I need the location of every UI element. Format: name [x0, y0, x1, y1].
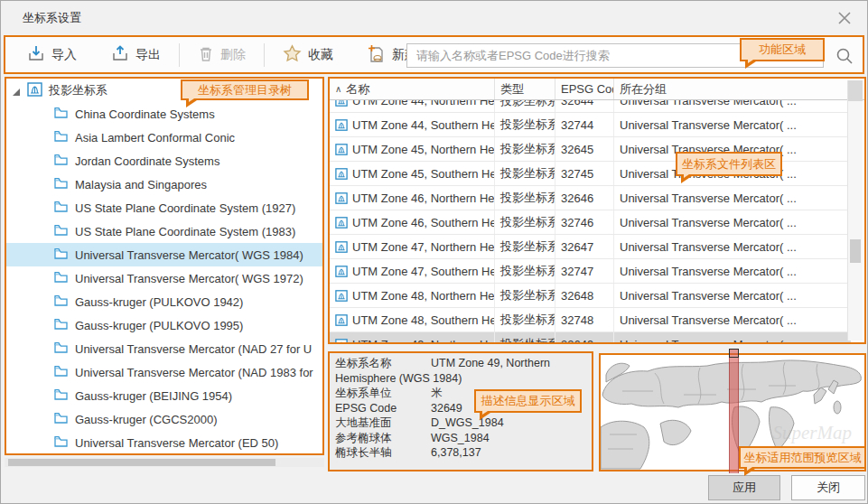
cell-type: 投影坐标系	[495, 332, 555, 344]
table-row[interactable]: UTM Zone 47, Northern He... 投影坐标系 32647 …	[330, 235, 851, 259]
apply-button[interactable]: 应用	[708, 475, 780, 500]
cell-type: 投影坐标系	[495, 259, 555, 283]
title-bar: 坐标系设置	[1, 1, 867, 34]
scrollbar-thumb[interactable]	[850, 239, 861, 263]
table-header-cell[interactable]: 所在分组	[614, 79, 864, 99]
projection-icon	[335, 217, 348, 229]
tree-item[interactable]: US State Plane Coordinate System (1927)	[6, 196, 322, 219]
table-row[interactable]: UTM Zone 48, Southern He... 投影坐标系 32748 …	[330, 308, 851, 332]
cell-type: 投影坐标系	[495, 100, 555, 113]
cell-epsg: 32748	[555, 308, 614, 331]
toolbar-separator	[179, 43, 180, 67]
table-row[interactable]: UTM Zone 44, Northern He... 投影坐标系 32644 …	[330, 100, 851, 113]
projection-icon	[335, 192, 348, 204]
tree-root-label: 投影坐标系	[49, 82, 107, 98]
tree-item[interactable]: Gauss-kruger (PULKOVO 1995)	[6, 313, 322, 337]
tree-item[interactable]: Gauss-kruger (PULKOVO 1942)	[6, 290, 322, 313]
details-value: 米	[431, 387, 443, 399]
tree-item[interactable]: Universal Transverse Mercator (NAD 1983 …	[6, 360, 322, 384]
cell-type: 投影坐标系	[495, 210, 555, 234]
tree-horizontal-scrollbar[interactable]	[5, 458, 324, 467]
tree-item-label: Gauss-kruger (PULKOVO 1995)	[75, 319, 243, 332]
tree-item[interactable]: Asia Lambert Conformal Conic	[6, 126, 322, 149]
import-button[interactable]: 导入	[22, 41, 82, 69]
projection-icon	[335, 314, 348, 326]
table-header-cell[interactable]: EPSG Code	[555, 79, 614, 99]
folder-icon	[54, 247, 68, 262]
tree-item[interactable]: US State Plane Coordinate System (1983)	[6, 219, 322, 243]
favorite-button[interactable]: 收藏	[277, 41, 339, 69]
toolbar-region: 导入 导出 删除 收藏	[4, 35, 864, 74]
export-button[interactable]: 导出	[106, 41, 166, 69]
tree-item-label: Gauss-kruger (PULKOVO 1942)	[75, 295, 243, 309]
details-label: 坐标系名称	[335, 356, 431, 371]
folder-icon	[54, 341, 68, 356]
projection-icon	[335, 266, 348, 277]
cell-epsg: 32648	[555, 284, 614, 307]
sort-ascending-icon: ∧	[335, 84, 341, 94]
tree-item[interactable]: Universal Transverse Mercator( WGS 1984)	[6, 243, 322, 266]
cell-name: UTM Zone 45, Southern He...	[352, 167, 495, 181]
table-row[interactable]: UTM Zone 46, Southern He... 投影坐标系 32746 …	[330, 210, 851, 235]
delete-icon	[198, 45, 214, 65]
table-row[interactable]: UTM Zone 46, Northern He... 投影坐标系 32646 …	[330, 186, 851, 210]
cell-type: 投影坐标系	[495, 137, 555, 161]
scrollbar-thumb[interactable]	[8, 459, 275, 466]
table-row[interactable]: UTM Zone 48, Northern He... 投影坐标系 32648 …	[330, 284, 851, 308]
tree-item-label: Universal Transverse Mercator (NAD 1983 …	[75, 366, 313, 379]
annotation-table-area: 坐标系文件列表区	[676, 152, 782, 176]
utm-zone-extent-band	[729, 349, 739, 473]
table-row[interactable]: UTM Zone 44, Southern He... 投影坐标系 32744 …	[330, 113, 851, 137]
dialog-title: 坐标系设置	[23, 10, 81, 26]
tree-item[interactable]: Gauss-kruger (BEIJING 1954)	[6, 384, 322, 407]
tree-item[interactable]: China Coordinate Systems	[6, 102, 322, 126]
close-button[interactable]: 关闭	[791, 475, 865, 500]
cell-type: 投影坐标系	[495, 284, 555, 307]
details-label: 大地基准面	[335, 415, 431, 431]
cell-epsg: 32649	[555, 332, 614, 344]
table-row[interactable]: UTM Zone 49, Northern He... 投影坐标系 32649 …	[330, 332, 851, 344]
projection-icon	[335, 119, 348, 131]
tree-item-list: China Coordinate Systems Asia Lambert Co…	[6, 102, 322, 454]
expander-icon[interactable]	[12, 86, 21, 95]
folder-icon	[54, 412, 68, 426]
table-header-cell[interactable]: ∧ 名称	[330, 79, 495, 99]
tree-item-label: Universal Transverse Mercator (ED 50)	[75, 436, 278, 450]
cell-epsg: 32747	[555, 259, 614, 283]
folder-icon	[54, 388, 68, 403]
cell-epsg: 32644	[555, 100, 614, 113]
cell-type: 投影坐标系	[495, 162, 555, 185]
annotation-map-area: 坐标适用范围预览区域	[739, 446, 866, 469]
tree-item[interactable]: Jordan Coordinate Systems	[6, 149, 322, 173]
annotation-tree-area: 坐标系管理目录树	[181, 79, 309, 100]
coordinate-table-panel: ∧ 名称 类型 EPSG Code 所在分组	[328, 77, 866, 344]
tree-item-label: US State Plane Coordinate System (1927)	[75, 201, 295, 215]
scrollbar-header-corner	[848, 80, 863, 101]
details-label: 椭球长半轴	[335, 445, 431, 461]
cell-group: Universal Transverse Mercator( ...	[614, 210, 851, 234]
tree-item[interactable]: Universal Transverse Mercator (NAD 27 fo…	[6, 337, 322, 360]
folder-icon	[54, 177, 68, 191]
tree-item[interactable]: Gauss-kruger (CGCS2000)	[6, 407, 322, 431]
folder-icon	[54, 294, 68, 309]
tree-item[interactable]: Universal Transverse Mercator( WGS 1972)	[6, 266, 322, 290]
folder-icon	[54, 130, 68, 145]
tree-item[interactable]: Universal Transverse Mercator (ED 50)	[6, 431, 322, 454]
table-row[interactable]: UTM Zone 47, Southern He... 投影坐标系 32747 …	[330, 259, 851, 284]
folder-icon	[54, 154, 68, 168]
cell-type: 投影坐标系	[495, 113, 555, 136]
cell-group: Universal Transverse Mercator( ...	[614, 332, 851, 344]
folder-icon	[54, 318, 68, 332]
tree-item[interactable]: Malaysia and Singapores	[6, 173, 322, 196]
search-icon[interactable]	[835, 46, 854, 69]
delete-button[interactable]: 删除	[192, 42, 251, 69]
cell-group: Universal Transverse Mercator( ...	[614, 235, 851, 258]
cell-name: UTM Zone 48, Southern He...	[352, 313, 495, 327]
table-body: UTM Zone 44, Northern He... 投影坐标系 32644 …	[330, 100, 864, 344]
close-icon[interactable]	[836, 10, 853, 26]
table-header-cell[interactable]: 类型	[495, 79, 555, 99]
column-label: 所在分组	[620, 81, 667, 98]
cell-group: Universal Transverse Mercator( ...	[614, 113, 851, 136]
projection-icon	[335, 241, 348, 253]
table-vertical-scrollbar[interactable]	[847, 80, 863, 341]
